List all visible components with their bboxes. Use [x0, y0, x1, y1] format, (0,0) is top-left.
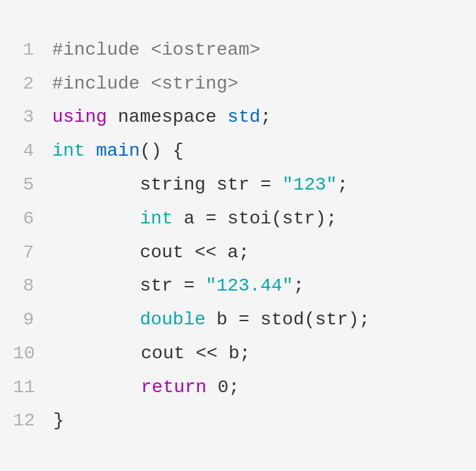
code-token: "123.44": [205, 276, 293, 296]
code-editor: 1#include <iostream>2#include <string>3u…: [0, 0, 476, 471]
code-line: 9 double b = stod(str);: [13, 303, 463, 337]
line-number: 9: [13, 303, 52, 337]
code-token: str =: [52, 276, 205, 296]
code-token: cout << b;: [53, 343, 250, 364]
code-token: using: [52, 107, 107, 127]
code-token: ;: [260, 107, 271, 127]
code-token: #include <string>: [52, 74, 239, 94]
line-content: int main() {: [52, 134, 184, 168]
code-token: double: [140, 309, 205, 330]
code-token: ;: [293, 276, 305, 296]
code-token: () {: [140, 141, 183, 161]
line-content: #include <iostream>: [52, 33, 260, 67]
line-content: }: [53, 404, 65, 438]
code-token: [52, 208, 140, 229]
line-content: double b = stod(str);: [52, 303, 370, 337]
line-content: #include <string>: [52, 67, 239, 101]
code-token: [53, 377, 141, 397]
code-token: a = stoi(str);: [173, 208, 337, 229]
code-token: namespace: [107, 107, 228, 127]
code-token: int: [140, 208, 172, 229]
code-line: 7 cout << a;: [13, 236, 463, 270]
code-token: cout << a;: [52, 242, 249, 263]
line-number: 7: [13, 236, 52, 270]
code-token: #include <iostream>: [52, 40, 260, 60]
code-token: 0;: [207, 377, 239, 397]
code-token: int: [52, 141, 85, 161]
code-token: std: [228, 107, 260, 127]
line-number: 12: [13, 404, 53, 438]
line-number: 1: [13, 33, 52, 67]
code-token: }: [53, 410, 65, 431]
code-token: ;: [337, 175, 348, 195]
line-number: 5: [13, 168, 52, 202]
line-number: 11: [13, 371, 53, 405]
code-token: return: [141, 377, 207, 397]
code-token: [85, 141, 96, 161]
code-line: 8 str = "123.44";: [13, 269, 463, 303]
code-line: 2#include <string>: [13, 67, 463, 101]
code-line: 3using namespace std;: [13, 100, 463, 134]
line-number: 4: [13, 134, 52, 168]
line-content: cout << b;: [53, 337, 250, 371]
line-number: 3: [13, 100, 52, 134]
line-number: 8: [13, 269, 52, 303]
line-content: cout << a;: [52, 236, 249, 270]
line-content: string str = "123";: [52, 168, 348, 202]
code-token: string str =: [52, 175, 282, 195]
line-number: 6: [13, 202, 52, 236]
line-number: 2: [13, 67, 52, 101]
code-token: main: [96, 141, 140, 161]
code-line: 10 cout << b;: [13, 337, 463, 371]
line-content: int a = stoi(str);: [52, 202, 337, 236]
code-line: 11 return 0;: [13, 371, 463, 405]
line-number: 10: [13, 337, 53, 371]
line-content: return 0;: [53, 371, 240, 405]
code-line: 6 int a = stoi(str);: [13, 202, 463, 236]
code-line: 12}: [13, 404, 463, 438]
code-token: [52, 309, 140, 330]
code-token: b = stod(str);: [205, 309, 370, 330]
code-line: 5 string str = "123";: [13, 168, 463, 202]
line-content: using namespace std;: [52, 100, 271, 134]
code-token: "123": [282, 175, 337, 195]
line-content: str = "123.44";: [52, 269, 304, 303]
code-line: 4int main() {: [13, 134, 463, 168]
code-line: 1#include <iostream>: [13, 33, 463, 67]
